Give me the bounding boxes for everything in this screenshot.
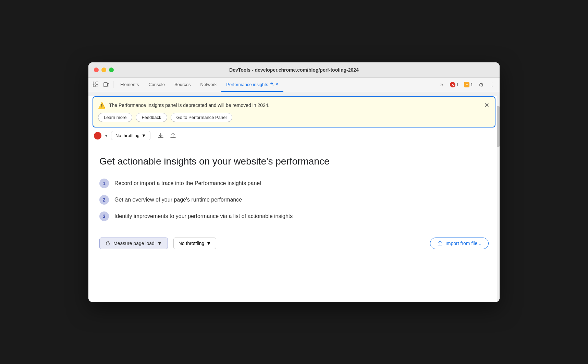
tab-sources[interactable]: Sources	[170, 78, 196, 92]
devtools-tabs: Elements Console Sources Network Perform…	[115, 78, 436, 92]
import-from-file-button[interactable]: Import from file...	[430, 238, 489, 249]
titlebar: DevTools - developer.chrome.com/blog/per…	[88, 62, 500, 78]
main-content: Get actionable insights on your website'…	[88, 144, 500, 263]
toolbar-right: » ✕ 1 ⚠ 1 ⚙ ⋮	[437, 80, 497, 89]
record-dropdown-arrow[interactable]: ▼	[104, 133, 108, 138]
performance-insights-icon: ⚗	[269, 82, 274, 87]
minimize-button[interactable]	[101, 68, 106, 72]
settings-icon[interactable]: ⚙	[476, 80, 486, 89]
maximize-button[interactable]	[109, 68, 114, 72]
refresh-icon	[105, 241, 111, 246]
svg-rect-5	[108, 83, 109, 86]
scrollbar-thumb[interactable]	[497, 106, 500, 147]
list-item: 2 Get an overview of your page's runtime…	[99, 195, 489, 205]
measure-dropdown-arrow: ▼	[157, 241, 162, 246]
close-icon: ✕	[484, 101, 489, 109]
svg-rect-0	[93, 82, 95, 84]
upload-icon	[437, 241, 443, 246]
svg-rect-4	[104, 83, 107, 87]
import-icon[interactable]	[168, 131, 178, 141]
step-text-3: Identify improvements to your performanc…	[114, 213, 293, 219]
step-number-2: 2	[99, 195, 109, 205]
devtools-window: DevTools - developer.chrome.com/blog/per…	[88, 62, 500, 302]
record-button[interactable]	[94, 132, 101, 139]
banner-warning-icon: ⚠️	[98, 102, 106, 109]
go-to-performance-panel-button[interactable]: Go to Performance Panel	[171, 113, 233, 122]
main-heading: Get actionable insights on your website'…	[99, 155, 489, 168]
close-tab-icon[interactable]: ✕	[275, 82, 279, 87]
throttle-arrow-bottom: ▼	[206, 241, 211, 246]
tab-performance-insights[interactable]: Performance insights ⚗ ✕	[221, 78, 283, 92]
step-text-2: Get an overview of your page's runtime p…	[114, 197, 242, 203]
tab-network[interactable]: Network	[196, 78, 222, 92]
steps-list: 1 Record or import a trace into the Perf…	[99, 179, 489, 221]
panel-wrapper: ✕ ⚠️ The Performance Insights panel is d…	[88, 92, 500, 302]
step-number-3: 3	[99, 211, 109, 221]
throttle-select-top[interactable]: No throttling ▼	[111, 131, 150, 140]
close-button[interactable]	[94, 68, 99, 72]
list-item: 1 Record or import a trace into the Perf…	[99, 179, 489, 188]
scrollbar[interactable]	[497, 92, 500, 302]
warning-count: 1	[470, 82, 473, 87]
step-text-1: Record or import a trace into the Perfor…	[114, 180, 261, 186]
more-tabs-icon[interactable]: »	[437, 80, 446, 89]
export-icon[interactable]	[156, 131, 166, 141]
banner-message-row: ⚠️ The Performance Insights panel is dep…	[98, 102, 481, 109]
step-number-1: 1	[99, 179, 109, 188]
list-item: 3 Identify improvements to your performa…	[99, 211, 489, 221]
cursor-icon[interactable]	[91, 80, 101, 89]
banner-buttons: Learn more Feedback Go to Performance Pa…	[98, 113, 481, 122]
svg-rect-2	[93, 85, 95, 87]
traffic-lights	[94, 68, 114, 72]
close-banner-button[interactable]: ✕	[482, 101, 491, 109]
banner-text: The Performance Insights panel is deprec…	[109, 102, 270, 109]
window-title: DevTools - developer.chrome.com/blog/per…	[229, 67, 359, 73]
devtools-toolbar: Elements Console Sources Network Perform…	[88, 78, 500, 92]
learn-more-button[interactable]: Learn more	[98, 113, 132, 122]
svg-rect-3	[96, 85, 98, 87]
deprecation-banner: ✕ ⚠️ The Performance Insights panel is d…	[93, 96, 495, 128]
throttle-label-top: No throttling	[115, 133, 139, 138]
panel-content: ✕ ⚠️ The Performance Insights panel is d…	[88, 96, 500, 302]
error-count: 1	[456, 82, 459, 87]
recording-bar: ▼ No throttling ▼	[88, 128, 500, 144]
svg-rect-1	[96, 82, 98, 84]
measure-page-load-button[interactable]: Measure page load ▼	[99, 238, 168, 249]
throttle-label-bottom: No throttling	[179, 241, 204, 246]
throttle-arrow-top: ▼	[142, 133, 146, 138]
feedback-button[interactable]: Feedback	[136, 113, 167, 122]
error-badge[interactable]: ✕ 1	[448, 81, 461, 88]
device-toggle-icon[interactable]	[101, 80, 111, 89]
bottom-actions: Measure page load ▼ No throttling ▼ Impo…	[99, 238, 489, 249]
warning-badge[interactable]: ⚠ 1	[462, 81, 475, 88]
error-icon: ✕	[450, 82, 455, 87]
tab-elements[interactable]: Elements	[115, 78, 144, 92]
tab-console[interactable]: Console	[144, 78, 170, 92]
toolbar-divider	[113, 81, 113, 88]
warning-icon: ⚠	[464, 82, 469, 87]
more-options-icon[interactable]: ⋮	[487, 80, 497, 89]
throttle-select-bottom[interactable]: No throttling ▼	[173, 238, 216, 249]
import-export-buttons	[156, 131, 178, 141]
